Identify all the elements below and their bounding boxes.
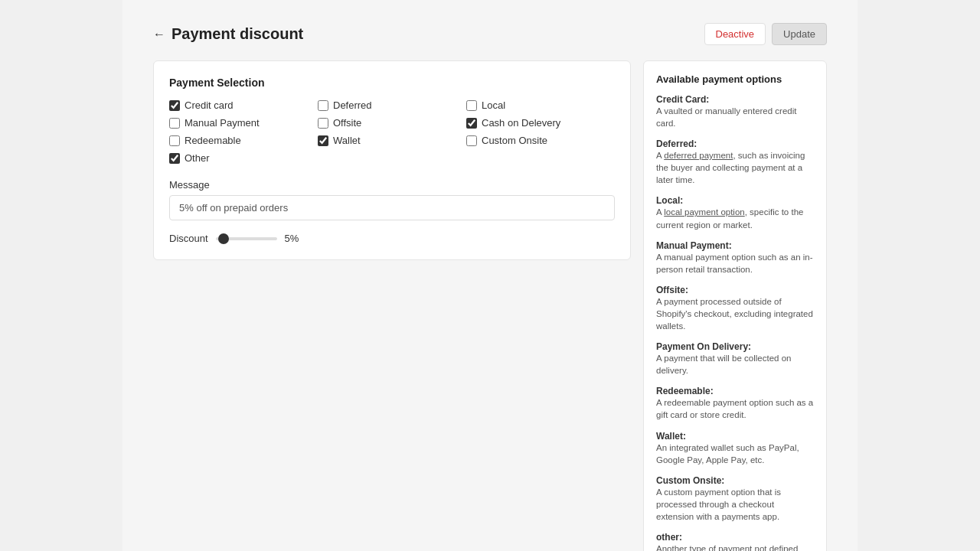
option-wallet-name: Wallet: bbox=[656, 431, 814, 442]
checkbox-manual-payment-input[interactable] bbox=[169, 118, 180, 129]
checkbox-redeemable-input[interactable] bbox=[169, 135, 180, 146]
checkbox-deferred[interactable]: Deferred bbox=[318, 99, 466, 111]
checkbox-credit-card-input[interactable] bbox=[169, 100, 180, 111]
option-local: Local: A local payment option, specific … bbox=[656, 195, 814, 230]
checkbox-wallet-label: Wallet bbox=[333, 135, 361, 146]
checkbox-wallet[interactable]: Wallet bbox=[318, 135, 466, 146]
checkbox-cash-on-delivery-label: Cash on Delevery bbox=[482, 117, 560, 129]
checkbox-redeemable-label: Redeemable bbox=[185, 135, 241, 146]
checkbox-wallet-input[interactable] bbox=[318, 135, 328, 146]
discount-label: Discount bbox=[169, 233, 208, 244]
checkbox-offsite[interactable]: Offsite bbox=[318, 117, 466, 129]
left-panel: Payment Selection Credit card Manual Pay… bbox=[153, 60, 631, 260]
page-header: ← Payment discount Deactive Update bbox=[153, 23, 827, 45]
payment-col-3: Local Cash on Delevery Custom Onsite bbox=[466, 99, 615, 164]
checkbox-manual-payment[interactable]: Manual Payment bbox=[169, 117, 318, 129]
page-container: ← Payment discount Deactive Update Payme… bbox=[122, 0, 858, 551]
option-other: other: Another type of payment not defin… bbox=[656, 532, 814, 551]
discount-value: 5% bbox=[285, 233, 299, 244]
option-redeemable-desc: A redeemable payment option such as a gi… bbox=[656, 396, 814, 421]
header-deactive-button[interactable]: Deactive bbox=[704, 23, 766, 45]
option-other-name: other: bbox=[656, 532, 814, 543]
payment-selection-title: Payment Selection bbox=[169, 77, 615, 89]
option-deferred: Deferred: A deferred payment, such as in… bbox=[656, 139, 814, 186]
option-manual-payment: Manual Payment: A manual payment option … bbox=[656, 240, 814, 276]
checkbox-other-label: Other bbox=[185, 152, 210, 164]
content-area: Payment Selection Credit card Manual Pay… bbox=[153, 60, 827, 551]
option-offsite-name: Offsite: bbox=[656, 285, 814, 295]
option-credit-card: Credit Card: A vaulted or manually enter… bbox=[656, 94, 814, 129]
option-deferred-name: Deferred: bbox=[656, 139, 814, 149]
option-payment-on-delivery-name: Payment On Delivery: bbox=[656, 341, 814, 352]
message-section: Message bbox=[169, 179, 615, 220]
checkbox-other-input[interactable] bbox=[169, 153, 180, 164]
page-title: Payment discount bbox=[172, 25, 303, 43]
discount-section: Discount 5% bbox=[169, 233, 615, 244]
option-deferred-desc: A deferred payment, such as invoicing th… bbox=[656, 149, 814, 186]
checkbox-manual-payment-label: Manual Payment bbox=[185, 117, 260, 129]
payment-col-1: Credit card Manual Payment Redeemable Ot… bbox=[169, 99, 318, 164]
option-manual-payment-name: Manual Payment: bbox=[656, 240, 814, 251]
checkbox-custom-onsite-label: Custom Onsite bbox=[482, 135, 547, 146]
message-label: Message bbox=[169, 179, 615, 191]
checkbox-redeemable[interactable]: Redeemable bbox=[169, 135, 318, 146]
payment-grid: Credit card Manual Payment Redeemable Ot… bbox=[169, 99, 615, 164]
option-custom-onsite: Custom Onsite: A custom payment option t… bbox=[656, 475, 814, 523]
option-wallet-desc: An integrated wallet such as PayPal, Goo… bbox=[656, 442, 814, 466]
header-update-button[interactable]: Update bbox=[772, 23, 827, 45]
option-manual-payment-desc: A manual payment option such as an in-pe… bbox=[656, 251, 814, 276]
option-payment-on-delivery-desc: A payment that will be collected on deli… bbox=[656, 352, 814, 377]
option-credit-card-name: Credit Card: bbox=[656, 94, 814, 105]
option-local-name: Local: bbox=[656, 195, 814, 206]
checkbox-offsite-label: Offsite bbox=[333, 117, 361, 129]
local-payment-link[interactable]: local payment option bbox=[664, 207, 744, 217]
message-input[interactable] bbox=[169, 195, 615, 220]
checkbox-offsite-input[interactable] bbox=[318, 118, 328, 129]
checkbox-credit-card[interactable]: Credit card bbox=[169, 99, 318, 111]
option-local-desc: A local payment option, specific to the … bbox=[656, 206, 814, 230]
payment-col-2: Deferred Offsite Wallet bbox=[318, 99, 466, 164]
checkbox-cash-on-delivery-input[interactable] bbox=[466, 118, 477, 129]
available-payment-title: Available payment options bbox=[656, 73, 814, 85]
option-other-desc: Another type of payment not defined here… bbox=[656, 543, 814, 551]
checkbox-local[interactable]: Local bbox=[466, 99, 615, 111]
option-redeemable: Redeemable: A redeemable payment option … bbox=[656, 386, 814, 421]
title-group: ← Payment discount bbox=[153, 25, 303, 43]
deferred-payment-link[interactable]: deferred payment bbox=[664, 151, 733, 160]
checkbox-local-input[interactable] bbox=[466, 100, 477, 111]
option-offsite-desc: A payment processed outside of Shopify's… bbox=[656, 295, 814, 332]
checkbox-credit-card-label: Credit card bbox=[185, 99, 234, 111]
header-actions: Deactive Update bbox=[704, 23, 828, 45]
checkbox-cash-on-delivery[interactable]: Cash on Delevery bbox=[466, 117, 615, 129]
checkbox-local-label: Local bbox=[482, 99, 505, 111]
checkbox-deferred-input[interactable] bbox=[318, 100, 328, 111]
option-custom-onsite-name: Custom Onsite: bbox=[656, 475, 814, 486]
option-redeemable-name: Redeemable: bbox=[656, 386, 814, 396]
checkbox-other[interactable]: Other bbox=[169, 152, 318, 164]
option-offsite: Offsite: A payment processed outside of … bbox=[656, 285, 814, 332]
back-arrow-icon[interactable]: ← bbox=[153, 28, 165, 41]
checkbox-custom-onsite[interactable]: Custom Onsite bbox=[466, 135, 615, 146]
option-custom-onsite-desc: A custom payment option that is processe… bbox=[656, 486, 814, 523]
option-credit-card-desc: A vaulted or manually entered credit car… bbox=[656, 105, 814, 129]
discount-slider[interactable] bbox=[216, 237, 277, 240]
checkbox-custom-onsite-input[interactable] bbox=[466, 135, 477, 146]
right-panel: Available payment options Credit Card: A… bbox=[643, 60, 827, 551]
checkbox-deferred-label: Deferred bbox=[333, 99, 372, 111]
option-payment-on-delivery: Payment On Delivery: A payment that will… bbox=[656, 341, 814, 377]
option-wallet: Wallet: An integrated wallet such as Pay… bbox=[656, 431, 814, 466]
